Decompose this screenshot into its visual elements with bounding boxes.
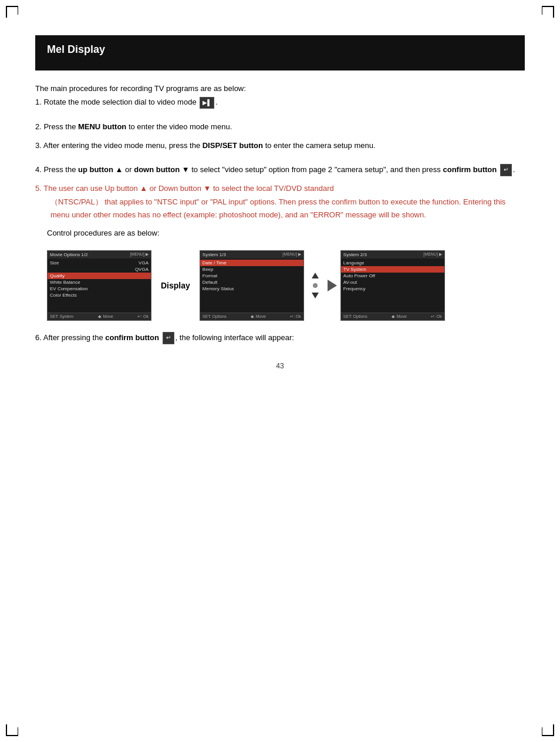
panel-movie-title: Movie Options 1/2 <box>50 252 87 257</box>
step3-bold: DISP/SET button <box>203 141 263 150</box>
panel-system2-header: System 2/3 [MENU] ▶ <box>341 251 444 258</box>
step6-bold: confirm button <box>105 333 159 342</box>
panel-system1-row-format: Format <box>200 273 303 279</box>
panel-system1-header: System 1/3 [MENU] ▶ <box>200 251 303 258</box>
panel-system1-menu-tag: [MENU] ▶ <box>282 252 301 257</box>
panel-system2-row-lang: Language <box>341 260 444 266</box>
panel-movie-row-ev: EV Compensation <box>48 286 151 292</box>
arrow-up-icon <box>312 273 319 278</box>
panel-movie-footer: SET: System ◆: Move ↵: Ok <box>48 313 151 320</box>
panel-movie-row-wb: White Balance <box>48 279 151 286</box>
panel-system1: System 1/3 [MENU] ▶ Date / Time Beep For… <box>200 250 304 321</box>
panel-system1-footer: SET: Options ◆: Move ↵: Ok <box>200 313 303 320</box>
panel-movie-row-size: SizeVGA <box>48 260 151 266</box>
panel-movie-header: Movie Options 1/2 [MENU] ▶ <box>48 251 151 258</box>
display-label: Display <box>161 281 190 290</box>
arrow-right-container <box>328 280 337 291</box>
nav-arrows <box>306 273 324 298</box>
arrow-down-icon <box>312 293 319 298</box>
panel-system1-title: System 1/3 <box>203 252 226 257</box>
panel-system2-row-tvsys: TV System <box>341 266 444 273</box>
step4-down-bold: down button ▼ <box>134 165 189 174</box>
intro-line1: The main procedures for recording TV pro… <box>35 82 525 95</box>
content-area: Mel Display The main procedures for reco… <box>35 23 525 382</box>
panel-system2-rows: Language TV System Auto Power Off AV-out… <box>341 258 444 313</box>
section-header: Mel Display <box>35 35 525 70</box>
panel-system2-title: System 2/3 <box>343 252 367 257</box>
panel-movie-rows: SizeVGA QVGA Quality White Balance EV Co… <box>48 258 151 313</box>
panel-system2-footer: SET: Options ◆: Move ↵: Ok <box>341 313 444 320</box>
panel-movie-menu-tag: [MENU] ▶ <box>130 252 149 257</box>
panel-movie-row-quality: Quality <box>48 273 151 279</box>
panel-system1-row-memory: Memory Status <box>200 286 303 292</box>
step4-text: 4. Press the up button ▲ or down button … <box>35 163 525 176</box>
control-label-block: Control procedures are as below: <box>35 227 525 239</box>
panel-system2-row-autopow: Auto Power Off <box>341 273 444 279</box>
panel-movie-row-color: Color Effects <box>48 292 151 298</box>
intro-block: The main procedures for recording TV pro… <box>35 82 525 109</box>
step2-text: 2. Press the MENU button to enter the vi… <box>35 120 525 133</box>
control-label: Control procedures are as below: <box>47 227 525 239</box>
panel-system2-row-freq: Frequency <box>341 286 444 292</box>
panel-system1-row-datetime: Date / Time <box>200 260 303 266</box>
intro-line2-prefix: 1. Rotate the mode selection dial to vid… <box>35 98 198 106</box>
step5-block: 5. The user can use Up button ▲ or Down … <box>35 182 525 221</box>
panel-movie-options: Movie Options 1/2 [MENU] ▶ SizeVGA QVGA … <box>47 250 151 321</box>
arrow-right-icon <box>328 280 337 291</box>
step5-indent-text: （NTSC/PAL） that applies to "NTSC input" … <box>35 196 525 221</box>
step5-main-text: 5. The user can use Up button ▲ or Down … <box>35 182 525 194</box>
page-number: 43 <box>35 362 525 370</box>
step3-text: 3. After entering the video mode menu, p… <box>35 139 525 152</box>
panel-system1-rows: Date / Time Beep Format Default Memory S… <box>200 258 303 313</box>
panel-system2-row-avout: AV-out <box>341 279 444 286</box>
video-mode-icon: ▶▌ <box>200 97 214 109</box>
header-title: Mel Display <box>47 43 105 55</box>
step6-text: 6. After pressing the confirm button ↵, … <box>35 331 525 344</box>
step2-block: 2. Press the MENU button to enter the vi… <box>35 120 525 133</box>
step6-block: 6. After pressing the confirm button ↵, … <box>35 331 525 344</box>
intro-line2-suffix: . <box>215 98 218 106</box>
display-label-container: Display <box>157 281 194 290</box>
page-container: Mel Display The main procedures for reco… <box>0 0 560 742</box>
panel-system2: System 2/3 [MENU] ▶ Language TV System A… <box>340 250 445 321</box>
step3-block: 3. After entering the video mode menu, p… <box>35 139 525 152</box>
step2-bold: MENU button <box>78 122 126 131</box>
panel-movie-row-qvga: QVGA <box>48 266 151 273</box>
panel-system1-row-default: Default <box>200 279 303 286</box>
intro-line2: 1. Rotate the mode selection dial to vid… <box>35 96 525 109</box>
step4-confirm-icon: ↵ <box>500 164 512 176</box>
step4-block: 4. Press the up button ▲ or down button … <box>35 163 525 176</box>
panel-system1-row-beep: Beep <box>200 266 303 273</box>
panel-system2-menu-tag: [MENU] ▶ <box>423 252 441 257</box>
dot-indicator <box>313 283 318 288</box>
screenshots-area: Movie Options 1/2 [MENU] ▶ SizeVGA QVGA … <box>47 250 525 321</box>
step6-confirm-icon: ↵ <box>163 332 174 344</box>
step4-confirm-bold: confirm button <box>443 165 497 174</box>
step4-up-bold: up button ▲ <box>78 165 123 174</box>
